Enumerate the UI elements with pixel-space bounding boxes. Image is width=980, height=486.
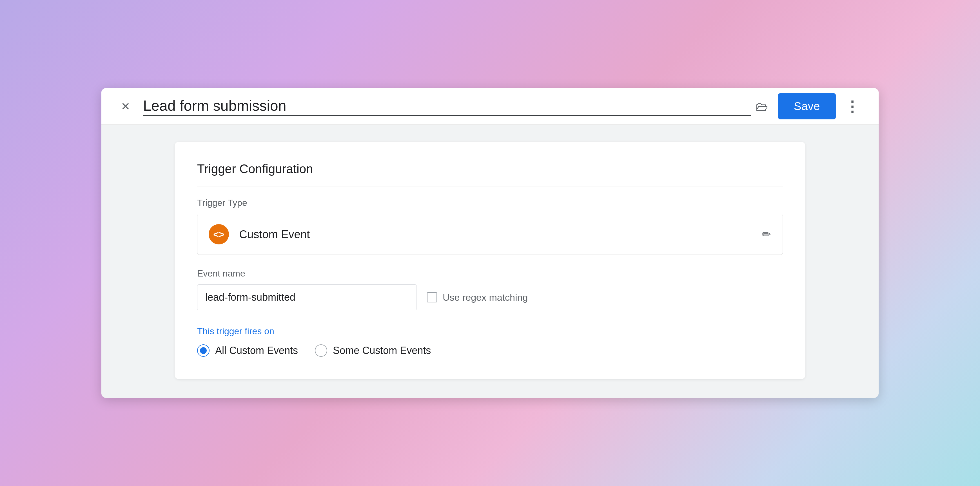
close-button[interactable]: ✕ bbox=[118, 99, 133, 114]
folder-icon[interactable]: 🗁 bbox=[756, 99, 768, 113]
regex-label: Use regex matching bbox=[443, 292, 528, 303]
more-menu-button[interactable]: ⋮ bbox=[843, 96, 862, 117]
radio-all-outer bbox=[197, 345, 210, 357]
radio-group: All Custom Events Some Custom Events bbox=[197, 345, 783, 357]
edit-icon[interactable]: ✏ bbox=[762, 228, 771, 241]
regex-row: Use regex matching bbox=[427, 292, 528, 303]
more-vert-icon: ⋮ bbox=[845, 98, 859, 115]
app-window: ✕ Lead form submission 🗁 Save ⋮ Trigger … bbox=[101, 88, 879, 398]
radio-some-outer bbox=[315, 345, 327, 357]
trigger-type-name: Custom Event bbox=[239, 228, 752, 241]
titlebar-actions: Save ⋮ bbox=[778, 93, 862, 119]
event-name-input[interactable] bbox=[197, 284, 417, 310]
fires-on-label: This trigger fires on bbox=[197, 326, 783, 337]
trigger-type-row: <> Custom Event ✏ bbox=[197, 214, 783, 255]
radio-some-custom-events[interactable]: Some Custom Events bbox=[315, 345, 431, 357]
radio-all-label: All Custom Events bbox=[215, 345, 298, 356]
radio-some-label: Some Custom Events bbox=[333, 345, 431, 356]
page-title: Lead form submission bbox=[143, 97, 751, 116]
regex-checkbox[interactable] bbox=[427, 292, 437, 302]
event-name-row: Use regex matching bbox=[197, 284, 783, 310]
radio-all-inner bbox=[200, 347, 207, 354]
card-title: Trigger Configuration bbox=[197, 162, 783, 186]
event-name-label: Event name bbox=[197, 268, 783, 279]
trigger-config-card: Trigger Configuration Trigger Type <> Cu… bbox=[175, 141, 805, 379]
save-button[interactable]: Save bbox=[778, 93, 836, 119]
radio-all-custom-events[interactable]: All Custom Events bbox=[197, 345, 298, 357]
code-icon: <> bbox=[213, 229, 224, 240]
event-name-section: Event name Use regex matching bbox=[197, 268, 783, 310]
close-icon: ✕ bbox=[121, 101, 130, 112]
titlebar: ✕ Lead form submission 🗁 Save ⋮ bbox=[101, 88, 879, 125]
fires-on-section: This trigger fires on All Custom Events … bbox=[197, 326, 783, 357]
trigger-type-label: Trigger Type bbox=[197, 198, 783, 208]
content-area: Trigger Configuration Trigger Type <> Cu… bbox=[101, 125, 879, 398]
custom-event-icon: <> bbox=[209, 224, 229, 245]
